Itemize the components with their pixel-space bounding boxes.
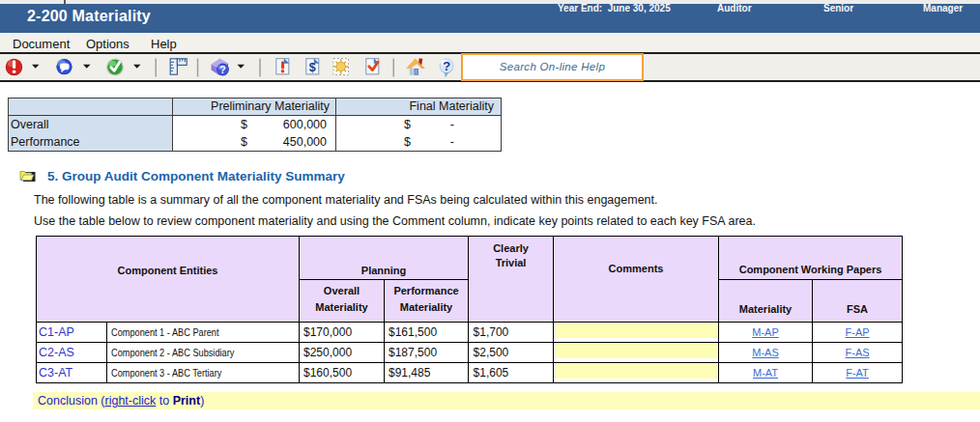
svg-text:?: ? xyxy=(443,59,450,73)
svg-text:$: $ xyxy=(309,61,316,74)
svg-text:?: ? xyxy=(219,64,225,75)
